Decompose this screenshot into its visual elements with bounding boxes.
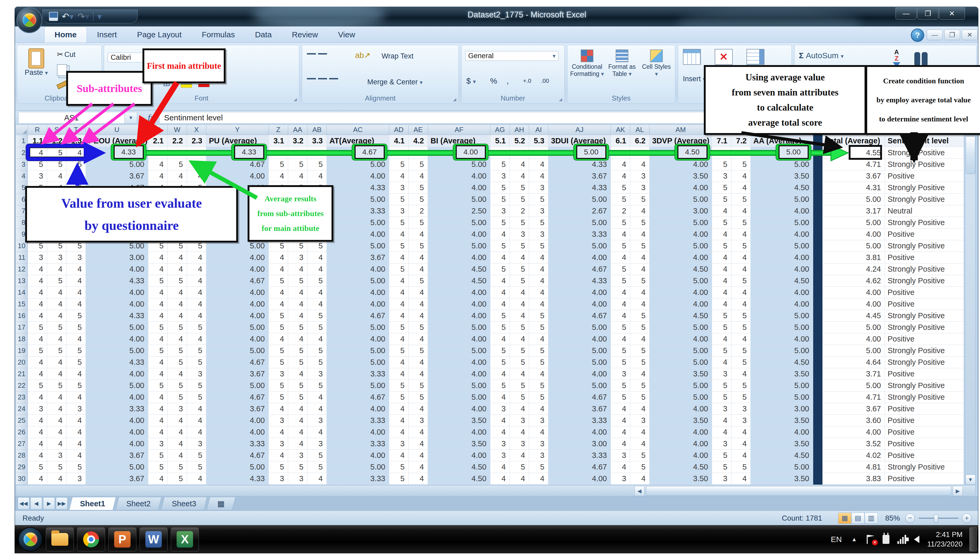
cell-Z1[interactable]: 3.1 bbox=[269, 135, 288, 147]
increase-decimal-icon[interactable]: +.0 bbox=[523, 78, 531, 84]
cell-AJ4[interactable]: 3.67 bbox=[549, 170, 611, 182]
cell-AB26[interactable]: 4 bbox=[308, 427, 327, 438]
cell-X16[interactable]: 4 bbox=[187, 310, 206, 322]
cell-AR17[interactable]: 5.00 bbox=[823, 322, 885, 333]
cell-AI14[interactable]: 4 bbox=[529, 287, 549, 298]
cell-AK7[interactable]: 2 bbox=[611, 205, 630, 217]
cell-AK30[interactable]: 3 bbox=[611, 473, 630, 485]
cell-AQ23[interactable] bbox=[813, 392, 823, 403]
cell-AD12[interactable]: 5 bbox=[389, 263, 408, 275]
cell-AH5[interactable]: 5 bbox=[510, 182, 529, 193]
cell-AD23[interactable]: 5 bbox=[389, 392, 408, 403]
cell-R20[interactable]: 4 bbox=[28, 357, 47, 368]
cell-AR11[interactable]: 3.81 bbox=[823, 252, 885, 263]
cell-AG27[interactable]: 3 bbox=[490, 438, 510, 450]
align-top-icon[interactable] bbox=[306, 52, 328, 56]
row-header-26[interactable]: 26 bbox=[16, 427, 28, 438]
cell-AS14[interactable]: Positive bbox=[885, 287, 964, 298]
cell-AO1[interactable]: 7.2 bbox=[731, 135, 751, 147]
cell-AF7[interactable]: 2.50 bbox=[428, 205, 490, 217]
cell-AI20[interactable]: 5 bbox=[529, 357, 549, 368]
cell-AO3[interactable]: 5 bbox=[731, 159, 751, 170]
cell-AA1[interactable]: 3.2 bbox=[288, 135, 308, 147]
cell-AM18[interactable]: 4.00 bbox=[649, 333, 712, 345]
cell-X11[interactable]: 4 bbox=[187, 252, 206, 263]
column-header-AH[interactable]: AH bbox=[510, 125, 529, 135]
cell-V14[interactable]: 4 bbox=[148, 287, 167, 298]
cell-AQ9[interactable] bbox=[813, 228, 823, 240]
cell-W17[interactable]: 5 bbox=[167, 322, 187, 333]
column-header-X[interactable]: X bbox=[187, 125, 206, 135]
zoom-in-icon[interactable]: + bbox=[962, 513, 972, 523]
cell-AL20[interactable]: 5 bbox=[630, 357, 649, 368]
cell-AP20[interactable]: 4.50 bbox=[751, 357, 813, 368]
cell-AK17[interactable]: 5 bbox=[611, 322, 630, 333]
workbook-restore-button[interactable]: ❐ bbox=[944, 30, 960, 40]
cell-Y12[interactable]: 4.00 bbox=[206, 263, 269, 275]
cell-AI9[interactable]: 3 bbox=[529, 228, 549, 240]
cell-AQ6[interactable] bbox=[813, 193, 823, 205]
cell-AQ1[interactable] bbox=[813, 135, 823, 147]
page-break-view-icon[interactable]: ▥ bbox=[865, 513, 878, 524]
column-header-AE[interactable]: AE bbox=[408, 125, 428, 135]
cell-AK25[interactable]: 4 bbox=[611, 415, 630, 427]
cell-AS4[interactable]: Positive bbox=[885, 170, 964, 182]
cell-Y15[interactable]: 4.00 bbox=[206, 298, 269, 310]
scroll-right-icon[interactable]: ▶ bbox=[953, 486, 963, 496]
cell-R22[interactable]: 5 bbox=[28, 380, 47, 392]
row-header-20[interactable]: 20 bbox=[16, 357, 28, 368]
first-sheet-icon[interactable]: ◀◀ bbox=[18, 497, 29, 510]
row-header-21[interactable]: 21 bbox=[16, 368, 28, 380]
cell-R30[interactable]: 4 bbox=[28, 473, 47, 485]
cell-AB28[interactable]: 5 bbox=[308, 450, 327, 461]
cell-AC9[interactable]: 4.00 bbox=[327, 228, 389, 240]
cell-AE12[interactable]: 4 bbox=[408, 263, 428, 275]
cell-U27[interactable]: 4.00 bbox=[86, 438, 148, 450]
cell-AK24[interactable]: 4 bbox=[611, 403, 630, 415]
cell-AG5[interactable]: 5 bbox=[490, 182, 510, 193]
cell-AC29[interactable]: 5.00 bbox=[327, 461, 389, 473]
cell-AO11[interactable]: 4 bbox=[731, 252, 751, 263]
tab-page-layout[interactable]: Page Layout bbox=[127, 27, 191, 43]
cell-S19[interactable]: 5 bbox=[47, 345, 67, 357]
cell-Y25[interactable]: 4.00 bbox=[206, 415, 269, 427]
cell-AA26[interactable]: 4 bbox=[288, 427, 308, 438]
row-header-29[interactable]: 29 bbox=[16, 461, 28, 473]
cell-V18[interactable]: 4 bbox=[148, 333, 167, 345]
cell-AS2[interactable]: Strongly Positive bbox=[885, 147, 964, 159]
row-header-19[interactable]: 19 bbox=[16, 345, 28, 357]
cell-AR20[interactable]: 4.64 bbox=[823, 357, 885, 368]
cell-W3[interactable]: 5 bbox=[167, 159, 187, 170]
cell-AP22[interactable]: 5.00 bbox=[751, 380, 813, 392]
cell-AG24[interactable]: 3 bbox=[490, 403, 510, 415]
cell-AC27[interactable]: 3.33 bbox=[327, 438, 389, 450]
cell-AM7[interactable]: 3.00 bbox=[649, 205, 712, 217]
row-header-27[interactable]: 27 bbox=[16, 438, 28, 450]
cell-AS18[interactable]: Positive bbox=[885, 333, 964, 345]
cell-AH1[interactable]: 5.2 bbox=[510, 135, 529, 147]
cell-AF15[interactable]: 4.00 bbox=[428, 298, 490, 310]
cell-AQ27[interactable] bbox=[813, 438, 823, 450]
cell-AS13[interactable]: Strongly Positive bbox=[885, 275, 964, 287]
cell-AB17[interactable]: 5 bbox=[308, 322, 327, 333]
format-cells-icon[interactable] bbox=[746, 49, 764, 65]
cell-AA19[interactable]: 5 bbox=[288, 345, 308, 357]
cell-AD14[interactable]: 4 bbox=[389, 287, 408, 298]
cell-U29[interactable]: 5.00 bbox=[86, 461, 148, 473]
cell-AB18[interactable]: 4 bbox=[308, 333, 327, 345]
cell-AQ28[interactable] bbox=[813, 450, 823, 461]
cell-AE6[interactable]: 5 bbox=[408, 193, 428, 205]
network-signal-icon[interactable] bbox=[897, 535, 906, 544]
cell-AD24[interactable]: 4 bbox=[389, 403, 408, 415]
cell-AJ22[interactable]: 5.00 bbox=[549, 380, 611, 392]
cell-AI4[interactable]: 4 bbox=[529, 170, 549, 182]
cell-V17[interactable]: 5 bbox=[148, 322, 167, 333]
cell-U28[interactable]: 3.67 bbox=[86, 450, 148, 461]
page-layout-view-icon[interactable]: ▤ bbox=[851, 513, 865, 524]
cell-AS16[interactable]: Strongly Positive bbox=[885, 310, 964, 322]
sheet-tab-sheet1[interactable]: Sheet1 bbox=[69, 497, 116, 510]
cell-V20[interactable]: 4 bbox=[148, 357, 167, 368]
cell-V24[interactable]: 4 bbox=[148, 403, 167, 415]
comma-button[interactable]: , bbox=[507, 77, 508, 85]
cell-AA17[interactable]: 5 bbox=[288, 322, 308, 333]
